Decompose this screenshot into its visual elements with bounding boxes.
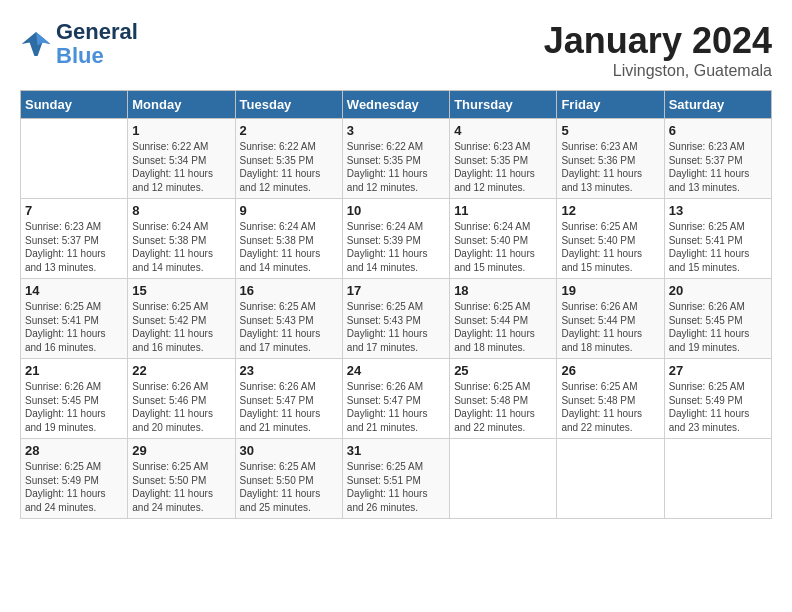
calendar-cell: 8Sunrise: 6:24 AM Sunset: 5:38 PM Daylig… bbox=[128, 199, 235, 279]
day-info: Sunrise: 6:25 AM Sunset: 5:50 PM Dayligh… bbox=[132, 460, 230, 514]
day-number: 7 bbox=[25, 203, 123, 218]
day-info: Sunrise: 6:25 AM Sunset: 5:42 PM Dayligh… bbox=[132, 300, 230, 354]
day-number: 30 bbox=[240, 443, 338, 458]
calendar-cell: 17Sunrise: 6:25 AM Sunset: 5:43 PM Dayli… bbox=[342, 279, 449, 359]
calendar-cell: 4Sunrise: 6:23 AM Sunset: 5:35 PM Daylig… bbox=[450, 119, 557, 199]
day-info: Sunrise: 6:25 AM Sunset: 5:49 PM Dayligh… bbox=[669, 380, 767, 434]
day-number: 8 bbox=[132, 203, 230, 218]
page-header: GeneralBlue January 2024 Livingston, Gua… bbox=[20, 20, 772, 80]
day-number: 3 bbox=[347, 123, 445, 138]
calendar-cell bbox=[21, 119, 128, 199]
day-number: 24 bbox=[347, 363, 445, 378]
day-info: Sunrise: 6:26 AM Sunset: 5:46 PM Dayligh… bbox=[132, 380, 230, 434]
calendar-cell: 2Sunrise: 6:22 AM Sunset: 5:35 PM Daylig… bbox=[235, 119, 342, 199]
calendar-cell: 18Sunrise: 6:25 AM Sunset: 5:44 PM Dayli… bbox=[450, 279, 557, 359]
day-number: 14 bbox=[25, 283, 123, 298]
calendar-cell: 13Sunrise: 6:25 AM Sunset: 5:41 PM Dayli… bbox=[664, 199, 771, 279]
calendar-cell: 27Sunrise: 6:25 AM Sunset: 5:49 PM Dayli… bbox=[664, 359, 771, 439]
calendar-cell bbox=[664, 439, 771, 519]
day-info: Sunrise: 6:25 AM Sunset: 5:43 PM Dayligh… bbox=[240, 300, 338, 354]
day-info: Sunrise: 6:25 AM Sunset: 5:40 PM Dayligh… bbox=[561, 220, 659, 274]
day-info: Sunrise: 6:25 AM Sunset: 5:48 PM Dayligh… bbox=[561, 380, 659, 434]
day-info: Sunrise: 6:23 AM Sunset: 5:35 PM Dayligh… bbox=[454, 140, 552, 194]
day-number: 18 bbox=[454, 283, 552, 298]
day-info: Sunrise: 6:26 AM Sunset: 5:45 PM Dayligh… bbox=[25, 380, 123, 434]
day-number: 16 bbox=[240, 283, 338, 298]
calendar-cell: 7Sunrise: 6:23 AM Sunset: 5:37 PM Daylig… bbox=[21, 199, 128, 279]
calendar-header-row: SundayMondayTuesdayWednesdayThursdayFrid… bbox=[21, 91, 772, 119]
calendar-cell: 29Sunrise: 6:25 AM Sunset: 5:50 PM Dayli… bbox=[128, 439, 235, 519]
calendar-cell: 1Sunrise: 6:22 AM Sunset: 5:34 PM Daylig… bbox=[128, 119, 235, 199]
svg-marker-0 bbox=[22, 32, 51, 56]
day-number: 27 bbox=[669, 363, 767, 378]
day-number: 19 bbox=[561, 283, 659, 298]
day-number: 13 bbox=[669, 203, 767, 218]
calendar-week-row: 1Sunrise: 6:22 AM Sunset: 5:34 PM Daylig… bbox=[21, 119, 772, 199]
title-section: January 2024 Livingston, Guatemala bbox=[544, 20, 772, 80]
calendar-cell: 19Sunrise: 6:26 AM Sunset: 5:44 PM Dayli… bbox=[557, 279, 664, 359]
day-info: Sunrise: 6:25 AM Sunset: 5:49 PM Dayligh… bbox=[25, 460, 123, 514]
day-number: 6 bbox=[669, 123, 767, 138]
logo-icon bbox=[20, 28, 52, 60]
day-number: 22 bbox=[132, 363, 230, 378]
calendar-cell: 28Sunrise: 6:25 AM Sunset: 5:49 PM Dayli… bbox=[21, 439, 128, 519]
day-number: 26 bbox=[561, 363, 659, 378]
calendar-week-row: 28Sunrise: 6:25 AM Sunset: 5:49 PM Dayli… bbox=[21, 439, 772, 519]
day-number: 11 bbox=[454, 203, 552, 218]
day-number: 28 bbox=[25, 443, 123, 458]
day-number: 4 bbox=[454, 123, 552, 138]
logo-text: GeneralBlue bbox=[56, 20, 138, 68]
day-info: Sunrise: 6:23 AM Sunset: 5:36 PM Dayligh… bbox=[561, 140, 659, 194]
calendar-cell: 12Sunrise: 6:25 AM Sunset: 5:40 PM Dayli… bbox=[557, 199, 664, 279]
day-info: Sunrise: 6:24 AM Sunset: 5:38 PM Dayligh… bbox=[132, 220, 230, 274]
day-info: Sunrise: 6:22 AM Sunset: 5:34 PM Dayligh… bbox=[132, 140, 230, 194]
day-info: Sunrise: 6:22 AM Sunset: 5:35 PM Dayligh… bbox=[240, 140, 338, 194]
day-info: Sunrise: 6:25 AM Sunset: 5:48 PM Dayligh… bbox=[454, 380, 552, 434]
day-info: Sunrise: 6:23 AM Sunset: 5:37 PM Dayligh… bbox=[25, 220, 123, 274]
calendar-cell: 14Sunrise: 6:25 AM Sunset: 5:41 PM Dayli… bbox=[21, 279, 128, 359]
day-number: 10 bbox=[347, 203, 445, 218]
day-of-week-header: Friday bbox=[557, 91, 664, 119]
month-title: January 2024 bbox=[544, 20, 772, 62]
calendar-cell: 20Sunrise: 6:26 AM Sunset: 5:45 PM Dayli… bbox=[664, 279, 771, 359]
calendar-cell: 25Sunrise: 6:25 AM Sunset: 5:48 PM Dayli… bbox=[450, 359, 557, 439]
calendar-cell: 15Sunrise: 6:25 AM Sunset: 5:42 PM Dayli… bbox=[128, 279, 235, 359]
calendar-cell: 6Sunrise: 6:23 AM Sunset: 5:37 PM Daylig… bbox=[664, 119, 771, 199]
calendar-table: SundayMondayTuesdayWednesdayThursdayFrid… bbox=[20, 90, 772, 519]
day-info: Sunrise: 6:23 AM Sunset: 5:37 PM Dayligh… bbox=[669, 140, 767, 194]
day-number: 15 bbox=[132, 283, 230, 298]
calendar-cell bbox=[557, 439, 664, 519]
calendar-cell: 26Sunrise: 6:25 AM Sunset: 5:48 PM Dayli… bbox=[557, 359, 664, 439]
day-number: 25 bbox=[454, 363, 552, 378]
calendar-cell bbox=[450, 439, 557, 519]
day-info: Sunrise: 6:24 AM Sunset: 5:38 PM Dayligh… bbox=[240, 220, 338, 274]
day-of-week-header: Saturday bbox=[664, 91, 771, 119]
day-number: 5 bbox=[561, 123, 659, 138]
day-info: Sunrise: 6:26 AM Sunset: 5:47 PM Dayligh… bbox=[347, 380, 445, 434]
location: Livingston, Guatemala bbox=[544, 62, 772, 80]
day-of-week-header: Tuesday bbox=[235, 91, 342, 119]
day-number: 2 bbox=[240, 123, 338, 138]
day-info: Sunrise: 6:26 AM Sunset: 5:44 PM Dayligh… bbox=[561, 300, 659, 354]
day-number: 9 bbox=[240, 203, 338, 218]
day-info: Sunrise: 6:25 AM Sunset: 5:44 PM Dayligh… bbox=[454, 300, 552, 354]
calendar-cell: 31Sunrise: 6:25 AM Sunset: 5:51 PM Dayli… bbox=[342, 439, 449, 519]
day-info: Sunrise: 6:25 AM Sunset: 5:51 PM Dayligh… bbox=[347, 460, 445, 514]
day-info: Sunrise: 6:24 AM Sunset: 5:39 PM Dayligh… bbox=[347, 220, 445, 274]
day-of-week-header: Monday bbox=[128, 91, 235, 119]
calendar-week-row: 21Sunrise: 6:26 AM Sunset: 5:45 PM Dayli… bbox=[21, 359, 772, 439]
day-number: 23 bbox=[240, 363, 338, 378]
day-info: Sunrise: 6:26 AM Sunset: 5:45 PM Dayligh… bbox=[669, 300, 767, 354]
day-info: Sunrise: 6:25 AM Sunset: 5:50 PM Dayligh… bbox=[240, 460, 338, 514]
day-number: 31 bbox=[347, 443, 445, 458]
calendar-cell: 22Sunrise: 6:26 AM Sunset: 5:46 PM Dayli… bbox=[128, 359, 235, 439]
calendar-cell: 30Sunrise: 6:25 AM Sunset: 5:50 PM Dayli… bbox=[235, 439, 342, 519]
day-info: Sunrise: 6:25 AM Sunset: 5:41 PM Dayligh… bbox=[669, 220, 767, 274]
day-info: Sunrise: 6:24 AM Sunset: 5:40 PM Dayligh… bbox=[454, 220, 552, 274]
day-info: Sunrise: 6:25 AM Sunset: 5:43 PM Dayligh… bbox=[347, 300, 445, 354]
day-of-week-header: Wednesday bbox=[342, 91, 449, 119]
day-number: 21 bbox=[25, 363, 123, 378]
calendar-cell: 5Sunrise: 6:23 AM Sunset: 5:36 PM Daylig… bbox=[557, 119, 664, 199]
calendar-cell: 9Sunrise: 6:24 AM Sunset: 5:38 PM Daylig… bbox=[235, 199, 342, 279]
day-number: 12 bbox=[561, 203, 659, 218]
